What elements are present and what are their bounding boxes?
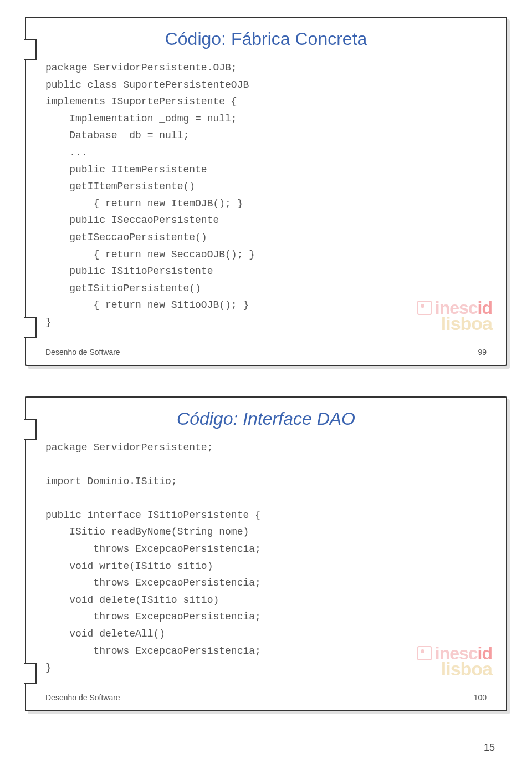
ring-hole-bottom xyxy=(24,317,37,338)
slide-footer: Desenho de Software 100 xyxy=(45,689,487,702)
slide-title: Código: Interface DAO xyxy=(45,409,487,429)
code-block: package ServidorPersistente; import Domi… xyxy=(45,439,487,677)
slide-title: Código: Fábrica Concreta xyxy=(45,29,487,49)
footer-left: Desenho de Software xyxy=(45,348,120,357)
footer-page: 100 xyxy=(474,693,487,702)
document-page-number: 15 xyxy=(25,742,507,754)
code-block: package ServidorPersistente.OJB; public … xyxy=(45,59,487,331)
slide-2: Código: Interface DAO package ServidorPe… xyxy=(25,396,507,711)
footer-left: Desenho de Software xyxy=(45,693,120,702)
ring-hole-top xyxy=(24,39,37,60)
footer-page: 99 xyxy=(478,348,487,357)
ring-hole-top xyxy=(24,419,37,440)
slide-1: Código: Fábrica Concreta package Servido… xyxy=(25,17,507,366)
ring-hole-bottom xyxy=(24,663,37,684)
slide-footer: Desenho de Software 99 xyxy=(45,343,487,357)
